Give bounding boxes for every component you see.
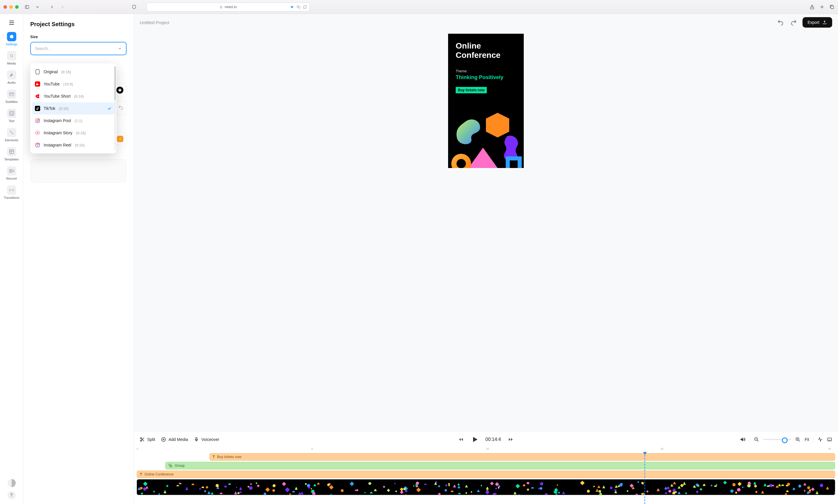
setting-card[interactable]: ⚡ — [116, 132, 126, 146]
project-title[interactable]: Untitled Project — [140, 20, 169, 25]
plus-icon[interactable] — [819, 4, 825, 10]
voiceover-button[interactable]: Voiceover — [194, 437, 219, 442]
size-select[interactable] — [30, 42, 126, 55]
upload-icon — [822, 20, 827, 25]
svg-rect-31 — [827, 438, 832, 441]
shield-icon[interactable] — [130, 3, 138, 11]
timeline-tracks: T Buy tickets now Group T Online Confere… — [134, 452, 838, 504]
url-bar[interactable]: veed.io — [147, 3, 310, 11]
window-controls[interactable] — [3, 5, 19, 9]
sidebar-item-label: Subtitles — [5, 100, 17, 104]
sidebar-item-transitions[interactable]: Transitions — [0, 184, 23, 201]
size-option-tiktok[interactable]: TikTok (9:16) — [32, 102, 115, 114]
option-label: Instagram Story — [44, 130, 72, 135]
option-label: Original — [44, 70, 57, 74]
phone-icon — [35, 69, 39, 74]
svg-marker-20 — [468, 148, 498, 168]
elements-icon — [7, 128, 16, 137]
redo-button[interactable] — [789, 18, 799, 27]
sidebar-item-subtitles[interactable]: Subtitles — [0, 88, 23, 105]
size-label: Size — [30, 35, 126, 39]
size-option-instagram-story[interactable]: Instagram Story (9:16) — [32, 127, 115, 139]
option-label: Instagram Post — [44, 118, 71, 123]
timeline-clip-text[interactable]: T Buy tickets now — [209, 453, 835, 461]
sidebar-item-record[interactable]: Record — [0, 164, 23, 182]
zoom-out-button[interactable] — [754, 437, 759, 442]
clip-label: Online Conference — [144, 472, 173, 476]
waveform-button[interactable] — [818, 437, 823, 442]
help-icon[interactable]: ? — [7, 491, 16, 499]
top-bar: Untitled Project Export — [134, 14, 838, 31]
option-ratio: (9:16) — [59, 106, 69, 111]
timeline-clip-video[interactable] — [137, 479, 835, 495]
sidebar-item-elements[interactable]: Elements — [0, 126, 23, 144]
scrollbar[interactable] — [114, 66, 116, 150]
size-option-original[interactable]: Original (9:16) — [32, 66, 115, 78]
svg-rect-13 — [36, 70, 39, 74]
youtube-shorts-icon — [35, 94, 40, 99]
sidebar-item-text[interactable]: T Text — [0, 107, 23, 124]
sidebar-item-label: Text — [8, 119, 14, 123]
volume-button[interactable] — [740, 436, 746, 443]
sidebar-item-label: Transitions — [4, 196, 19, 199]
zoom-in-button[interactable] — [795, 437, 801, 442]
size-search-input[interactable] — [35, 46, 118, 51]
export-button[interactable]: Export — [803, 17, 832, 28]
chevron-down-icon[interactable] — [34, 3, 41, 11]
canvas-wrap: OnlineConference Theme: Thinking Positiv… — [134, 31, 838, 431]
sidebar-item-templates[interactable]: Templates — [0, 145, 23, 163]
tabs-icon[interactable] — [829, 4, 835, 10]
timeline-ruler[interactable]: 0 5 10 15 20 — [137, 447, 835, 452]
setting-card[interactable] — [116, 101, 126, 114]
svg-point-15 — [37, 120, 38, 122]
fit-button[interactable]: Fit — [805, 437, 809, 442]
progress-icon[interactable] — [7, 479, 16, 487]
svg-rect-8 — [10, 95, 13, 95]
timeline-clip-text[interactable]: T Online Conference — [137, 471, 835, 478]
option-ratio: (9:16) — [61, 70, 71, 74]
undo-button[interactable] — [776, 18, 785, 27]
option-label: YouTube — [44, 82, 59, 86]
nav-forward-button — [59, 3, 66, 11]
chevron-down-icon — [118, 47, 122, 51]
split-button[interactable]: Split — [140, 437, 155, 442]
settings-button[interactable] — [827, 437, 832, 442]
sidebar-item-label: Media — [7, 61, 16, 65]
playhead[interactable] — [645, 452, 645, 504]
share-icon[interactable] — [809, 4, 815, 10]
speaker-icon[interactable] — [290, 5, 294, 9]
svg-point-26 — [140, 440, 142, 442]
add-media-button[interactable]: Add Media — [161, 437, 188, 442]
nav-back-button[interactable] — [48, 3, 56, 11]
skip-back-button[interactable] — [458, 436, 464, 443]
sidebar-item-label: Templates — [4, 158, 19, 161]
play-button[interactable] — [471, 436, 478, 443]
size-option-instagram-post[interactable]: Instagram Post (1:1) — [32, 114, 115, 127]
sidebar-item-audio[interactable]: Audio — [0, 69, 23, 86]
svg-point-16 — [38, 119, 39, 120]
music-icon — [7, 70, 16, 79]
settings-panel: Project Settings Size ⚡ Original (9:16) … — [23, 14, 134, 504]
export-label: Export — [808, 20, 819, 25]
youtube-icon: ▶ — [35, 82, 40, 87]
svg-rect-24 — [510, 160, 518, 168]
sidebar-item-media[interactable]: Media — [0, 49, 23, 67]
translate-icon[interactable] — [296, 5, 301, 9]
hamburger-icon[interactable] — [8, 19, 15, 26]
reload-icon[interactable] — [303, 5, 307, 9]
option-ratio: (9:16) — [74, 94, 84, 98]
background-color-swatch[interactable] — [116, 83, 126, 97]
size-option-youtube-short[interactable]: YouTube Short (9:16) — [32, 90, 115, 102]
timeline-clip-group[interactable]: Group — [165, 462, 835, 469]
canvas-shapes — [448, 110, 524, 168]
instagram-story-icon — [35, 130, 40, 136]
zoom-slider[interactable] — [763, 439, 791, 440]
size-option-youtube[interactable]: ▶ YouTube (16:9) — [32, 78, 115, 90]
size-option-instagram-reel[interactable]: Instagram Reel (9:16) — [32, 139, 115, 151]
tool-label: Add Media — [169, 437, 188, 442]
skip-forward-button[interactable] — [508, 436, 514, 443]
video-canvas[interactable]: OnlineConference Theme: Thinking Positiv… — [448, 34, 524, 168]
setting-card[interactable] — [30, 159, 126, 182]
sidebar-item-settings[interactable]: Settings — [0, 30, 23, 48]
sidebar-toggle-icon[interactable] — [23, 3, 31, 11]
